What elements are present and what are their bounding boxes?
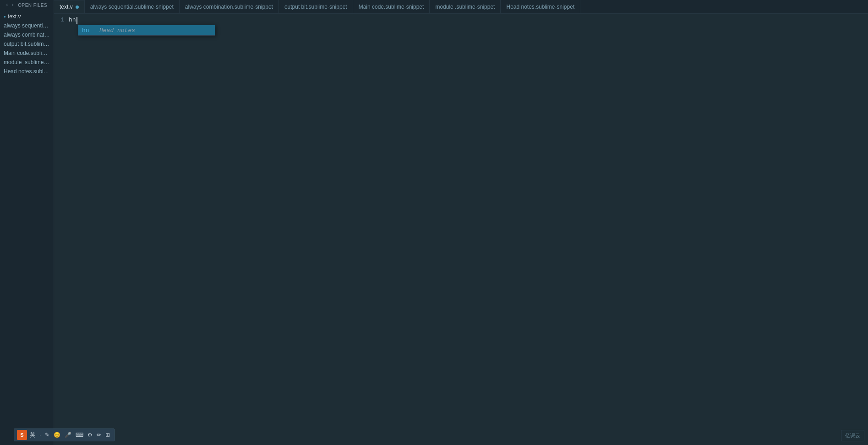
tab-bar: text.valways sequential.sublime-snippeta… xyxy=(54,0,868,14)
tab-dot-0 xyxy=(76,5,79,9)
autocomplete-dropdown: hnHead notes xyxy=(78,25,215,36)
autocomplete-item-0[interactable]: hnHead notes xyxy=(78,25,215,35)
cursor xyxy=(76,17,77,24)
corner-badge-text: 亿课云 xyxy=(845,433,860,438)
taskbar-item-3[interactable]: 😊 xyxy=(52,431,62,439)
taskbar-item-1[interactable]: · xyxy=(38,431,42,439)
taskbar-item-0[interactable]: 英 xyxy=(28,431,37,440)
sidebar-file-item-0[interactable]: text.v xyxy=(0,11,54,20)
code-line-1: hn xyxy=(69,16,868,25)
taskbar-item-5[interactable]: ⌨ xyxy=(74,431,85,439)
tab-4[interactable]: Main code.sublime-snippet xyxy=(353,0,430,13)
sidebar-file-list: text.valways sequential.sublime-always c… xyxy=(0,11,54,75)
tab-5[interactable]: module .sublime-snippet xyxy=(430,0,501,13)
tab-6[interactable]: Head notes.sublime-snippet xyxy=(501,0,580,13)
tab-3[interactable]: output bit.sublime-snippet xyxy=(279,0,353,13)
sidebar-file-item-4[interactable]: Main code.sublime-snippe xyxy=(0,48,54,57)
tab-1[interactable]: always sequential.sublime-snippet xyxy=(85,0,180,13)
editor-area[interactable]: 1 hn hnHead notes xyxy=(54,14,868,445)
taskbar-item-2[interactable]: ✎ xyxy=(44,431,51,439)
sidebar-nav-arrows: ‹ › xyxy=(5,2,15,8)
sidebar-file-item-6[interactable]: Head notes.sublime-snipp xyxy=(0,66,54,75)
tab-0[interactable]: text.v xyxy=(54,0,85,13)
taskbar-item-4[interactable]: 🎤 xyxy=(63,431,73,439)
autocomplete-trigger-0: hn xyxy=(82,27,96,34)
sidebar-header-title: OPEN FILES xyxy=(18,3,47,8)
line-number-1: 1 xyxy=(54,16,64,25)
tab-2[interactable]: always combination.sublime-snippet xyxy=(180,0,279,13)
corner-badge: 亿课云 xyxy=(841,430,864,441)
sidebar-header: ‹ › OPEN FILES xyxy=(0,0,54,10)
taskbar-item-8[interactable]: ⊞ xyxy=(104,431,111,439)
sidebar-file-item-2[interactable]: always combination.sublim xyxy=(0,29,54,38)
nav-back-arrow[interactable]: ‹ xyxy=(5,2,10,8)
sidebar-file-item-1[interactable]: always sequential.sublime- xyxy=(0,20,54,29)
code-text: hn xyxy=(69,16,76,25)
line-numbers: 1 xyxy=(54,14,67,445)
nav-forward-arrow[interactable]: › xyxy=(11,2,16,8)
sidebar: ‹ › OPEN FILES text.valways sequential.s… xyxy=(0,0,54,445)
taskbar: S英·✎😊🎤⌨⚙✏⊞ xyxy=(14,429,115,441)
taskbar-item-6[interactable]: ⚙ xyxy=(86,431,94,439)
taskbar-item-7[interactable]: ✏ xyxy=(95,431,103,439)
taskbar-logo[interactable]: S xyxy=(17,430,27,440)
autocomplete-description-0: Head notes xyxy=(99,27,135,34)
sidebar-file-item-3[interactable]: output bit.sublime-snippet xyxy=(0,38,54,48)
sidebar-file-item-5[interactable]: module .sublime-snippet xyxy=(0,57,54,66)
editor-content[interactable]: hn hnHead notes xyxy=(67,14,868,445)
